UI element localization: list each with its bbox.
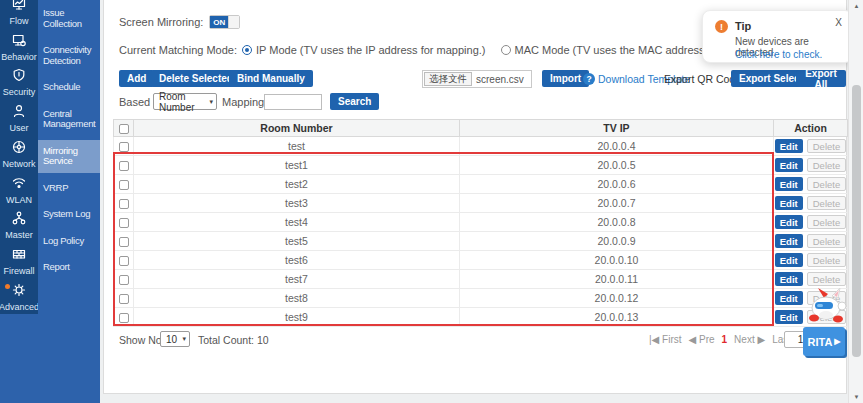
delete-button[interactable]: Delete (807, 234, 846, 248)
edit-button[interactable]: Edit (775, 158, 803, 172)
robot-mascot-icon (794, 288, 852, 332)
scrollbar-thumb[interactable] (852, 85, 861, 357)
edit-button[interactable]: Edit (775, 253, 803, 267)
delete-button[interactable]: Delete (807, 177, 846, 191)
sidebar-item-flow[interactable]: Flow (0, 0, 38, 28)
table-row: test 20.0.0.4 EditDelete (114, 137, 848, 156)
matching-mode-option[interactable]: IP Mode (TV uses the IP address for mapp… (242, 44, 486, 56)
sidebar-item-security[interactable]: Security (0, 64, 38, 100)
sidebar-item-network[interactable]: Network (0, 135, 38, 171)
scroll-up-icon[interactable]: ▲ (849, 3, 863, 9)
pagination-current-page[interactable]: 1 (722, 334, 728, 345)
edit-button[interactable]: Edit (775, 215, 803, 229)
close-icon[interactable]: X (835, 17, 842, 28)
edit-button[interactable]: Edit (775, 139, 803, 153)
sidebar-item-behavior[interactable]: Behavior (0, 28, 38, 64)
tip-check-link[interactable]: Click here to check. (735, 49, 822, 60)
help-icon[interactable]: ? (583, 73, 595, 85)
sidebar-item-label: Security (3, 87, 36, 97)
delete-button[interactable]: Delete (807, 158, 846, 172)
row-checkbox[interactable] (119, 275, 129, 285)
row-checkbox[interactable] (119, 161, 129, 171)
delete-button[interactable]: Delete (807, 139, 846, 153)
delete-button[interactable]: Delete (807, 196, 846, 210)
pagination-next[interactable]: Next ▶ (734, 334, 765, 345)
sidebar-item-label: Flow (9, 16, 28, 26)
mapping-input[interactable] (264, 94, 322, 110)
room-number-cell: test5 (134, 232, 460, 251)
sidebar-item-firewall[interactable]: Firewall (0, 242, 38, 278)
edit-button[interactable]: Edit (775, 196, 803, 210)
tv-ip-cell: 20.0.0.7 (460, 194, 774, 213)
rita-button[interactable]: RITA ▶ (803, 327, 845, 356)
sidebar-secondary-item-label: Issue Collection (43, 7, 82, 29)
network-icon (12, 140, 26, 158)
edit-button[interactable]: Edit (775, 177, 803, 191)
scrollbar: ▲ ▼ (848, 0, 863, 403)
file-input[interactable]: 选择文件 screen.csv (422, 70, 532, 88)
sidebar-secondary-item[interactable]: Issue Collection (38, 2, 100, 35)
sidebar-secondary-item[interactable]: Connectivity Detection (38, 39, 100, 72)
row-checkbox[interactable] (119, 313, 129, 323)
master-icon (12, 211, 26, 229)
row-checkbox[interactable] (119, 237, 129, 247)
firewall-icon (12, 247, 26, 265)
select-all-checkbox[interactable] (119, 124, 129, 134)
table-header-row: Room Number TV IP Action (114, 120, 848, 137)
sidebar-secondary-item-label: VRRP (43, 182, 68, 193)
search-button[interactable]: Search (330, 93, 379, 110)
sidebar-secondary-item[interactable]: Mirroring Service (38, 140, 100, 173)
row-checkbox[interactable] (119, 199, 129, 209)
delete-button[interactable]: Delete (807, 215, 846, 229)
choose-file-button[interactable]: 选择文件 (424, 72, 472, 86)
sidebar-item-label: Network (2, 159, 35, 169)
sidebar-secondary-item-label: Mirroring Service (43, 145, 78, 167)
tv-ip-cell: 20.0.0.8 (460, 213, 774, 232)
sidebar-secondary-item[interactable]: System Log (38, 203, 100, 226)
edit-button[interactable]: Edit (775, 272, 803, 286)
sidebar-secondary-item[interactable]: Schedule (38, 76, 100, 99)
sidebar-secondary-item[interactable]: Central Management (38, 103, 100, 136)
show-no-select[interactable]: 10 ▾ (160, 331, 190, 347)
room-number-cell: test2 (134, 175, 460, 194)
column-header-action: Action (774, 120, 848, 137)
sidebar-item-label: WLAN (6, 195, 32, 205)
room-number-cell: test3 (134, 194, 460, 213)
sidebar-secondary-item[interactable]: Report (38, 256, 100, 279)
delete-selected-button[interactable]: Delete Selected (151, 70, 241, 87)
row-checkbox[interactable] (119, 180, 129, 190)
main-content: Screen Mirroring: ON Current Matching Mo… (100, 0, 848, 403)
radio-icon (501, 45, 511, 55)
pagination-first[interactable]: |◀ First (649, 334, 682, 345)
alert-icon: ! (715, 20, 728, 33)
tip-title: Tip (735, 20, 751, 32)
tv-ip-cell: 20.0.0.9 (460, 232, 774, 251)
row-checkbox[interactable] (119, 256, 129, 266)
sidebar-item-user[interactable]: User (0, 99, 38, 135)
sidebar-secondary-item[interactable]: Log Policy (38, 230, 100, 253)
based-on-select[interactable]: Room Number ▾ (153, 93, 217, 110)
sidebar-item-advanced[interactable]: Advanced (0, 278, 38, 314)
table-row: test7 20.0.0.11 EditDelete (114, 270, 848, 289)
delete-button[interactable]: Delete (807, 272, 846, 286)
sidebar-item-wlan[interactable]: WLAN (0, 171, 38, 207)
matching-mode-label: Current Matching Mode: (119, 44, 237, 56)
row-checkbox[interactable] (119, 294, 129, 304)
edit-button[interactable]: Edit (775, 234, 803, 248)
screen-mirroring-toggle[interactable]: ON (209, 15, 240, 29)
row-checkbox[interactable] (119, 142, 129, 152)
sidebar-item-master[interactable]: Master (0, 207, 38, 243)
row-checkbox[interactable] (119, 218, 129, 228)
sidebar-secondary-item[interactable]: VRRP (38, 177, 100, 200)
bind-manually-button[interactable]: Bind Manually (229, 70, 313, 87)
chevron-down-icon: ▾ (182, 335, 186, 343)
mapping-table: Room Number TV IP Action test 20.0.0.4 E… (113, 119, 847, 327)
pagination-pre[interactable]: ◀ Pre (689, 334, 715, 345)
delete-button[interactable]: Delete (807, 253, 846, 267)
add-button[interactable]: Add (119, 70, 154, 87)
export-all-button[interactable]: Export All (796, 70, 846, 87)
screen-mirroring-label: Screen Mirroring: (119, 16, 203, 28)
table-row: test4 20.0.0.8 EditDelete (114, 213, 848, 232)
based-on-value: Room Number (159, 91, 206, 113)
scroll-down-icon[interactable]: ▼ (849, 394, 863, 400)
